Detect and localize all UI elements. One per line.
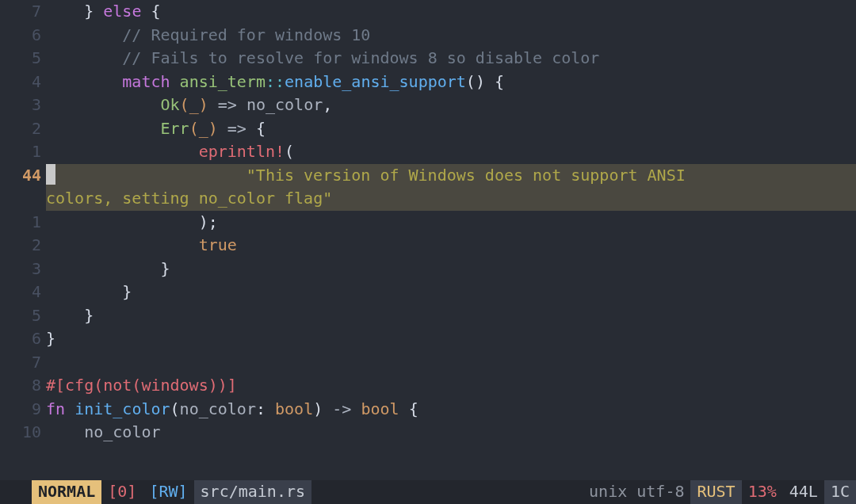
code-line: 8 #[cfg(not(windows))] (0, 374, 856, 398)
line-count: 44L (783, 480, 824, 504)
mode-indicator: NORMAL (32, 480, 101, 504)
status-bar: NORMAL [0] [RW] src/main.rs unix utf-8 R… (0, 480, 856, 504)
code-line: 7 (0, 351, 856, 375)
code-line-wrap: colors, setting no_color flag" (0, 187, 856, 211)
scroll-percent: 13% (742, 480, 783, 504)
gutter-relnum: 9 (0, 398, 46, 422)
code-line: 6 } (0, 327, 856, 351)
code-line: 9 fn init_color(no_color: bool) -> bool … (0, 398, 856, 422)
code-line: 5 // Fails to resolve for windows 8 so d… (0, 47, 856, 71)
code-line: 1 ); (0, 211, 856, 235)
gutter-relnum: 7 (0, 351, 46, 375)
code-line: 4 } (0, 281, 856, 304)
buffer-indicator: [0] (101, 480, 143, 504)
code-line: 7 } else { (0, 0, 856, 24)
gutter-relnum: 1 (0, 211, 46, 235)
gutter-relnum: 2 (0, 117, 46, 141)
gutter-relnum: 6 (0, 24, 46, 48)
gutter-relnum: 5 (0, 304, 46, 328)
cursor-block (46, 164, 55, 185)
gutter-relnum: 4 (0, 281, 46, 304)
gutter-relnum: 4 (0, 71, 46, 94)
gutter-relnum: 3 (0, 258, 46, 281)
code-line: 3 } (0, 258, 856, 281)
language-indicator: RUST (690, 480, 741, 504)
code-line: 10 no_color (0, 421, 856, 445)
file-path: src/main.rs (194, 480, 311, 504)
code-line-current: 44 "This version of Windows does not sup… (0, 164, 856, 188)
gutter-relnum: 8 (0, 374, 46, 398)
gutter-relnum: 7 (0, 0, 46, 24)
code-line: 6 // Required for windows 10 (0, 24, 856, 48)
code-editor[interactable]: 7 } else { 6 // Required for windows 10 … (0, 0, 856, 480)
gutter-relnum: 3 (0, 94, 46, 117)
gutter-relnum: 5 (0, 47, 46, 71)
code-line: 1 eprintln!( (0, 140, 856, 164)
gutter-relnum: 2 (0, 234, 46, 258)
gutter-relnum: 6 (0, 327, 46, 351)
code-line: 3 Ok(_) => no_color, (0, 94, 856, 117)
code-line: 2 true (0, 234, 856, 258)
code-line: 5 } (0, 304, 856, 328)
gutter-absnum: 44 (0, 164, 46, 188)
gutter-relnum: 10 (0, 421, 46, 445)
code-line: 4 match ansi_term::enable_ansi_support()… (0, 71, 856, 94)
readwrite-indicator: [RW] (143, 480, 193, 504)
code-line: 2 Err(_) => { (0, 117, 856, 141)
gutter-relnum (0, 187, 46, 211)
column-indicator: 1C (824, 480, 856, 504)
gutter-relnum: 1 (0, 140, 46, 164)
encoding-indicator: unix utf-8 (583, 480, 690, 504)
